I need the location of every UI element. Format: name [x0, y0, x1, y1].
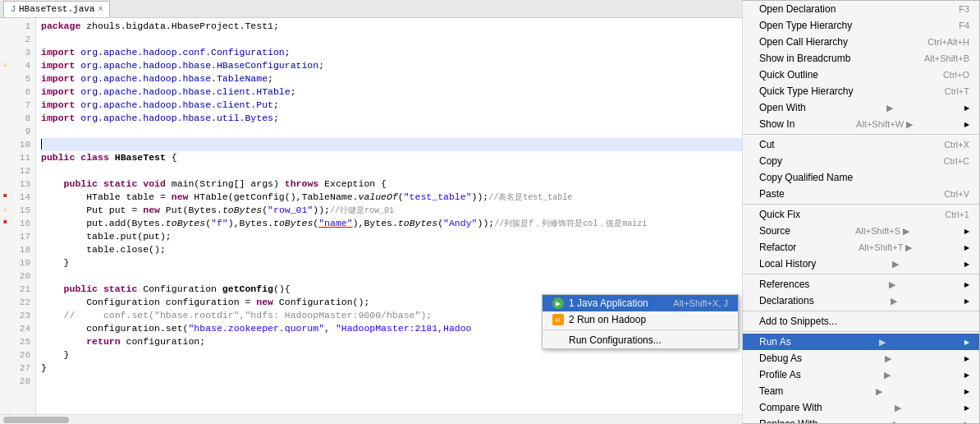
- hadoop-icon: H: [552, 314, 564, 325]
- menu-label: Open Call Hierarchy: [759, 36, 848, 48]
- margin-10: [0, 136, 11, 150]
- menu-label: Compare With: [759, 402, 822, 413]
- shortcut: Ctrl+1: [945, 210, 969, 219]
- separator-3: [743, 274, 979, 274]
- separator-1: [743, 134, 979, 135]
- margin-16-error: ✖: [0, 215, 11, 228]
- shortcut: Ctrl+V: [944, 189, 969, 199]
- margin-8: [0, 110, 11, 123]
- menu-label: Quick Outline: [759, 69, 818, 81]
- shortcut: Alt+Shift+S ▶: [855, 226, 909, 237]
- left-margin: ⚠ ✖ ⚠ ✖: [0, 18, 11, 414]
- margin-13: [0, 176, 11, 189]
- submenu-run-configurations[interactable]: Run Configurations...: [543, 332, 738, 348]
- close-tab-button[interactable]: ×: [98, 5, 103, 14]
- shortcut: ▶: [884, 370, 891, 380]
- menu-quick-type-hierarchy[interactable]: Quick Type Hierarchy Ctrl+T: [743, 83, 979, 99]
- menu-copy-qualified-name[interactable]: Copy Qualified Name: [743, 169, 979, 186]
- menu-label: Add to Snippets...: [759, 316, 837, 327]
- shortcut: Alt+Shift+X, J: [673, 298, 728, 308]
- submenu-separator: [543, 330, 738, 330]
- menu-run-as[interactable]: Run As ▶: [743, 334, 979, 350]
- menu-label: References: [759, 279, 809, 290]
- shortcut: ▶: [891, 296, 897, 306]
- shortcut: Alt+Shift+W ▶: [856, 119, 913, 130]
- menu-label: Paste: [759, 188, 785, 200]
- margin-11: [0, 150, 11, 163]
- menu-label: Cut: [759, 139, 775, 150]
- menu-quick-fix[interactable]: Quick Fix Ctrl+1: [743, 206, 979, 223]
- java-app-icon: ▶: [552, 297, 564, 309]
- shortcut: ▶: [885, 353, 891, 364]
- menu-source[interactable]: Source Alt+Shift+S ▶: [743, 223, 979, 239]
- separator-5: [743, 331, 979, 332]
- menu-profile-as[interactable]: Profile As ▶: [743, 366, 979, 383]
- submenu-run-on-hadoop[interactable]: H 2 Run on Hadoop: [543, 311, 738, 328]
- menu-show-in[interactable]: Show In Alt+Shift+W ▶: [743, 116, 979, 132]
- menu-add-snippets[interactable]: Add to Snippets...: [743, 313, 979, 330]
- menu-paste[interactable]: Paste Ctrl+V: [743, 186, 979, 202]
- menu-cut[interactable]: Cut Ctrl+X: [743, 136, 979, 153]
- editor-tab[interactable]: J HBaseTest.java ×: [3, 1, 110, 17]
- tab-icon: J: [11, 5, 16, 14]
- margin-12: [0, 163, 11, 176]
- menu-label: Profile As: [759, 369, 801, 380]
- shortcut: ▶: [895, 403, 901, 413]
- menu-label: Copy Qualified Name: [759, 172, 853, 183]
- menu-local-history[interactable]: Local History ▶: [743, 256, 979, 272]
- menu-label: Run As: [759, 336, 791, 348]
- shortcut: ▶: [876, 386, 882, 397]
- menu-open-call-hierarchy[interactable]: Open Call Hierarchy Ctrl+Alt+H: [743, 34, 979, 50]
- menu-label: Quick Fix: [759, 209, 800, 220]
- shortcut: ▶: [889, 279, 895, 290]
- tab-label: HBaseTest.java: [19, 4, 94, 14]
- separator-4: [743, 311, 979, 311]
- menu-refactor[interactable]: Refactor Alt+Shift+T ▶: [743, 239, 979, 256]
- menu-team[interactable]: Team ▶: [743, 383, 979, 399]
- margin-4-warning: ⚠: [0, 58, 11, 71]
- scrollbar-thumb[interactable]: [3, 417, 69, 423]
- menu-compare-with[interactable]: Compare With ▶: [743, 399, 979, 416]
- shortcut: Alt+Shift+T ▶: [859, 242, 912, 253]
- margin-2: [0, 31, 11, 44]
- menu-debug-as[interactable]: Debug As ▶: [743, 350, 979, 366]
- submenu-item-label: Run Configurations...: [569, 334, 662, 346]
- menu-label: Show in Breadcrumb: [759, 53, 850, 64]
- context-menu[interactable]: Open Declaration F3 Open Type Hierarchy …: [742, 18, 980, 424]
- shortcut: ▶: [892, 259, 899, 270]
- shortcut: ▶: [893, 419, 900, 425]
- menu-show-breadcrumb[interactable]: Show in Breadcrumb Alt+Shift+B: [743, 50, 979, 67]
- separator-2: [743, 204, 979, 205]
- submenu-item-label: 2 Run on Hadoop: [569, 314, 646, 325]
- menu-references[interactable]: References ▶: [743, 276, 979, 293]
- line-numbers: 1 2 3 4 5 6 7 8 9 10 11 12 13 14 15 16 1…: [11, 18, 36, 414]
- margin-1: [0, 18, 11, 31]
- shortcut: ▶: [886, 103, 893, 113]
- menu-open-type-hierarchy[interactable]: Open Type Hierarchy F4: [743, 18, 979, 34]
- menu-declarations[interactable]: Declarations ▶: [743, 293, 979, 309]
- menu-label: Debug As: [759, 353, 802, 364]
- margin-6: [0, 84, 11, 97]
- menu-label: Open Type Hierarchy: [759, 20, 852, 31]
- menu-label: Source: [759, 225, 790, 237]
- submenu-java-application[interactable]: ▶ 1 Java Application Alt+Shift+X, J: [543, 295, 738, 311]
- menu-label: Copy: [759, 155, 782, 167]
- menu-label: Replace With: [759, 418, 817, 424]
- menu-label: Local History: [759, 258, 816, 270]
- shortcut: Ctrl+C: [944, 156, 969, 166]
- margin-14-error: ✖: [0, 189, 11, 202]
- shortcut: Ctrl+O: [943, 70, 969, 80]
- menu-label: Show In: [759, 118, 795, 130]
- margin-15-warning: ⚠: [0, 202, 11, 215]
- menu-copy[interactable]: Copy Ctrl+C: [743, 153, 979, 169]
- margin-9: [0, 123, 11, 136]
- margin-7: [0, 97, 11, 110]
- menu-open-with[interactable]: Open With ▶: [743, 99, 979, 116]
- menu-label: Refactor: [759, 242, 796, 253]
- menu-quick-outline[interactable]: Quick Outline Ctrl+O: [743, 67, 979, 83]
- menu-replace-with[interactable]: Replace With ▶: [743, 416, 979, 424]
- run-as-submenu[interactable]: ▶ 1 Java Application Alt+Shift+X, J H 2 …: [542, 294, 739, 349]
- menu-label: Declarations: [759, 295, 814, 306]
- shortcut: Ctrl+X: [944, 140, 969, 150]
- submenu-item-label: 1 Java Application: [569, 297, 648, 309]
